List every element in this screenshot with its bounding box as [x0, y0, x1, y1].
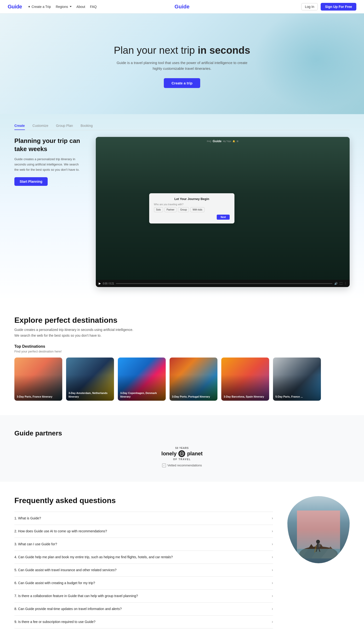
tab-create[interactable]: Create — [14, 124, 25, 130]
tab-booking[interactable]: Booking — [81, 124, 93, 130]
top-destinations-label: Top Destinations — [14, 344, 350, 349]
lp-name: lonely planet — [162, 450, 202, 457]
navbar-right: Log In Sign Up For Free — [301, 3, 356, 11]
nav-item-about[interactable]: About — [76, 5, 85, 9]
partner-logo-area: 50 YEARS lonely planet OF TRAVEL ✓ Vette… — [14, 447, 350, 467]
start-planning-button[interactable]: Start Planning — [14, 177, 48, 186]
dest-card-gradient-4 — [170, 357, 218, 401]
video-time: 0:00 / 0:21 — [103, 282, 114, 285]
fullscreen-icon[interactable]: ⛶ — [340, 282, 342, 285]
faq-chevron-icon-6: › — [272, 581, 273, 585]
dest-card-label-paris: 3-Day Paris, France Itinerary — [17, 395, 52, 398]
hero-create-trip-button[interactable]: Create a trip — [164, 78, 200, 88]
tab-group-plan[interactable]: Group Plan — [56, 124, 73, 130]
navbar: Guide ✦ Create a Trip Regions About FAQ … — [0, 0, 364, 14]
destination-card-porto[interactable]: 3-Day Porto, Portugal Itinerary — [170, 357, 218, 401]
dest-card-label-paris2: 5-Day Paris, France ... — [276, 395, 303, 398]
dest-card-label-porto: 3-Day Porto, Portugal Itinerary — [172, 395, 210, 398]
choice-with-kids[interactable]: With kids — [190, 207, 204, 212]
faq-chevron-icon-7: › — [272, 594, 273, 598]
svg-rect-8 — [297, 549, 340, 558]
hero-title-normal: Plan your next trip — [114, 45, 195, 56]
hero-section: Plan your next trip in seconds Guide is … — [0, 14, 364, 114]
lp-name-text-2: planet — [187, 451, 202, 457]
video-progress-bar[interactable] — [116, 283, 332, 284]
faq-chevron-icon-9: › — [272, 620, 273, 624]
nav-item-regions[interactable]: Regions — [56, 5, 72, 9]
features-section: Create Customize Group Plan Booking Plan… — [0, 114, 364, 301]
choice-solo[interactable]: Solo — [154, 207, 163, 212]
destination-card-barcelona[interactable]: 3-Day Barcelona, Spain Itinerary — [221, 357, 269, 401]
explore-heading: Explore perfect destinations — [14, 316, 350, 325]
video-trip-label: My Trips — [223, 140, 231, 142]
destination-card-paris2[interactable]: 5-Day Paris, France ... — [273, 357, 321, 401]
faq-chevron-icon-5: › — [272, 568, 273, 572]
faq-item-9[interactable]: 9. Is there a fee or subscription requir… — [14, 615, 273, 628]
hero-subtitle: Guide is a travel planning tool that use… — [115, 60, 249, 71]
regions-chevron-down-icon — [70, 6, 72, 7]
faq-item-5[interactable]: 5. Can Guide assist with travel insuranc… — [14, 563, 273, 576]
play-icon[interactable]: ▶ — [99, 282, 101, 285]
dest-card-label-copenhagen: 3-Day Copenhagen, Denmark Itinerary — [120, 391, 166, 398]
faq-item-7[interactable]: 7. Is there a collaboration feature in G… — [14, 589, 273, 602]
vetted-checkbox-icon: ✓ — [162, 464, 166, 467]
dest-card-label-barcelona: 3-Day Barcelona, Spain Itinerary — [224, 395, 264, 398]
explore-description: Guide creates a personalized trip itiner… — [14, 327, 139, 339]
lp-globe-icon — [178, 450, 185, 457]
nav-item-create-trip[interactable]: ✦ Create a Trip — [28, 5, 51, 9]
destination-card-paris[interactable]: 3-Day Paris, France Itinerary — [14, 357, 62, 401]
lp-travel-text: OF TRAVEL — [173, 458, 191, 461]
faq-question-5: 5. Can Guide assist with travel insuranc… — [14, 568, 116, 573]
faq-hiker-image — [287, 496, 350, 563]
faq-item-2[interactable]: 2. How does Guide use AI to come up with… — [14, 525, 273, 538]
video-next-button[interactable]: Next — [217, 215, 230, 220]
destination-card-amsterdam[interactable]: 3-Day Amsterdam, Netherlands Itinerary — [66, 357, 114, 401]
navbar-logo-left: Guide — [8, 4, 22, 10]
nav-item-faq[interactable]: FAQ — [90, 5, 97, 9]
dest-card-label-amsterdam: 3-Day Amsterdam, Netherlands Itinerary — [68, 391, 114, 398]
features-text: Planning your trip can take weeks Guide … — [14, 137, 82, 186]
login-button[interactable]: Log In — [301, 3, 318, 10]
video-companion-label: Who are you traveling with? — [154, 203, 230, 206]
faq-item-8[interactable]: 8. Can Guide provide real-time updates o… — [14, 602, 273, 615]
video-choices: Solo Partner Group With kids — [154, 207, 230, 212]
features-content: Planning your trip can take weeks Guide … — [14, 137, 350, 287]
choice-group[interactable]: Group — [178, 207, 189, 212]
dest-card-gradient — [14, 357, 62, 401]
faq-right — [287, 496, 350, 563]
faq-chevron-icon-8: › — [272, 607, 273, 611]
volume-icon[interactable]: 🔊 — [334, 282, 338, 285]
dest-card-gradient-5 — [221, 357, 269, 401]
faq-question-2: 2. How does Guide use AI to come up with… — [14, 529, 107, 534]
vetted-badge: ✓ Vetted recommendations — [162, 464, 202, 467]
lp-fifty-years: 50 YEARS — [175, 447, 189, 449]
faq-left: Frequently asked questions 1. What is Gu… — [14, 496, 273, 628]
video-mockup: FAQ Guide My Trips 🔔 ⊞ Let Your Journey … — [96, 137, 350, 280]
vetted-label: Vetted recommendations — [168, 464, 202, 467]
svg-point-9 — [316, 540, 320, 544]
faq-chevron-icon-1: › — [272, 516, 273, 520]
svg-rect-15 — [318, 544, 320, 547]
video-inner-title: Let Your Journey Begin — [154, 197, 230, 201]
more-options-icon[interactable]: ⋮ — [344, 282, 347, 285]
features-description: Guide creates a personalized trip itiner… — [14, 157, 82, 172]
faq-question-7: 7. Is there a collaboration feature in G… — [14, 593, 138, 598]
hero-title-bold: in seconds — [198, 45, 250, 56]
destination-card-copenhagen[interactable]: 3-Day Copenhagen, Denmark Itinerary — [118, 357, 166, 401]
faq-item-6[interactable]: 6. Can Guide assist with creating a budg… — [14, 576, 273, 589]
faq-image-circle — [287, 496, 350, 563]
faq-question-4: 4. Can Guide help me plan and book my en… — [14, 555, 173, 560]
faq-item-1[interactable]: 1. What is Guide? › — [14, 512, 273, 525]
faq-item-4[interactable]: 4. Can Guide help me plan and book my en… — [14, 551, 273, 563]
video-bell-icon: 🔔 — [232, 140, 235, 142]
faq-question-9: 9. Is there a fee or subscription requir… — [14, 619, 96, 624]
choice-partner[interactable]: Partner — [164, 207, 177, 212]
tab-customize[interactable]: Customize — [32, 124, 48, 130]
features-heading: Planning your trip can take weeks — [14, 137, 82, 153]
hero-title: Plan your next trip in seconds — [114, 45, 250, 56]
faq-chevron-icon-2: › — [272, 529, 273, 533]
video-guide-label: Guide — [213, 139, 222, 143]
faq-item-3[interactable]: 3. What can I use Guide for? › — [14, 538, 273, 551]
features-tabs: Create Customize Group Plan Booking — [14, 124, 350, 130]
signup-button[interactable]: Sign Up For Free — [321, 3, 356, 11]
